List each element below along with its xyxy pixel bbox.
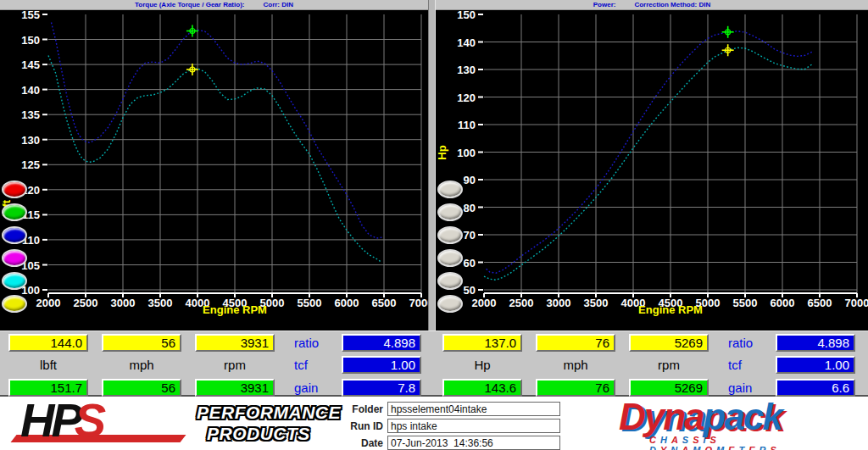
curve-color-button[interactable]	[2, 249, 27, 267]
hps-tagline-line2: PRODUCTS	[207, 423, 341, 444]
hps-s: S	[75, 393, 103, 447]
run-info-fields: Folder Run ID Date	[339, 402, 560, 450]
dynapack-logo: Dynapack CHASSIS DYNAMOMETERS	[619, 397, 865, 449]
ratio-value: 4.898	[342, 334, 421, 352]
gain-value: 7.8	[342, 379, 421, 397]
torque-cursor2-rpm: 3931	[195, 379, 275, 397]
curve-color-button[interactable]	[437, 295, 463, 313]
gain-label: gain	[294, 379, 338, 397]
readout-section: 144.0 56 3931 lbft mph rpm 151.7 56 3931…	[0, 331, 868, 397]
torque-cursor-value: 144.0	[8, 334, 88, 352]
rpm-unit-label: rpm	[195, 356, 275, 374]
hps-tagline: PERFORMANCE PRODUCTS	[197, 402, 341, 444]
torque-cursor-mph: 56	[102, 334, 181, 352]
date-label: Date	[339, 437, 383, 449]
curve-color-button[interactable]	[2, 272, 27, 290]
power-chart[interactable]: 1501401301201101009080706050200025003000…	[436, 8, 868, 331]
torque-cursor2-mph: 56	[102, 379, 181, 397]
svg-text:2000: 2000	[472, 297, 497, 309]
dynapack-dyna: Dyna	[619, 396, 704, 437]
svg-text:5500: 5500	[298, 297, 322, 309]
power-cursor2-value: 143.6	[442, 379, 522, 397]
svg-text:7000: 7000	[845, 297, 868, 309]
svg-text:7000: 7000	[409, 297, 428, 309]
folder-label: Folder	[339, 403, 383, 415]
hps-tagline-line1: PERFORMANCE	[197, 402, 341, 423]
ratio-label: ratio	[728, 334, 772, 352]
hps-logo: HPS	[20, 397, 190, 449]
tcf-label: tcf	[728, 356, 772, 374]
svg-text:3500: 3500	[584, 297, 609, 309]
run-id-input[interactable]	[387, 419, 560, 433]
svg-text:6500: 6500	[808, 297, 832, 309]
svg-text:2500: 2500	[74, 297, 98, 309]
gain-value: 6.6	[776, 379, 855, 397]
panel-divider	[428, 0, 436, 331]
curve-color-button[interactable]	[2, 226, 27, 244]
ratio-label: ratio	[294, 334, 338, 352]
torque-unit-label: lbft	[8, 356, 88, 374]
curve-color-button[interactable]	[2, 181, 27, 198]
svg-text:6000: 6000	[335, 297, 359, 309]
curve-color-button[interactable]	[2, 203, 27, 221]
curve-color-button[interactable]	[437, 272, 463, 290]
svg-text:Engine RPM: Engine RPM	[203, 303, 267, 316]
date-input[interactable]	[387, 436, 560, 450]
dyno-app-window: Torque (Axle Torque / Gear Ratio): Corr:…	[0, 0, 868, 450]
folder-input[interactable]	[387, 402, 560, 416]
power-cursor-value: 137.0	[442, 334, 522, 352]
power-curve-color-buttons	[436, 0, 466, 331]
footer: HPS PERFORMANCE PRODUCTS Folder Run ID D…	[0, 397, 868, 450]
power-cursor2-mph: 76	[536, 379, 615, 397]
tcf-label: tcf	[294, 356, 338, 374]
svg-text:3000: 3000	[111, 297, 136, 309]
svg-text:5500: 5500	[733, 297, 758, 309]
hps-hp: HP	[20, 393, 80, 447]
tcf-value: 1.00	[776, 356, 855, 374]
torque-chart-panel: Torque (Axle Torque / Gear Ratio): Corr:…	[0, 0, 428, 331]
svg-text:2500: 2500	[509, 297, 534, 309]
power-readout-table: 137.0 76 5269 Hp mph rpm 143.6 76 5269 r…	[434, 331, 868, 396]
svg-text:3000: 3000	[547, 297, 571, 309]
hps-letters: HPS	[20, 395, 103, 446]
torque-chart[interactable]: 1551501451401351301251201151101051002000…	[0, 8, 428, 331]
torque-cursor-rpm: 3931	[195, 334, 275, 352]
svg-text:3500: 3500	[148, 297, 173, 309]
dynapack-pack: pack	[704, 396, 782, 437]
gain-label: gain	[728, 379, 772, 397]
curve-color-button[interactable]	[437, 249, 463, 267]
power-cursor-mph: 76	[536, 334, 615, 352]
svg-text:2000: 2000	[36, 297, 61, 309]
svg-text:6500: 6500	[372, 297, 397, 309]
ratio-value: 4.898	[776, 334, 855, 352]
torque-curve-color-buttons	[0, 0, 31, 331]
curve-color-button[interactable]	[437, 203, 463, 221]
svg-text:6000: 6000	[771, 297, 795, 309]
power-cursor-rpm: 5269	[629, 334, 709, 352]
torque-readout-table: 144.0 56 3931 lbft mph rpm 151.7 56 3931…	[0, 331, 434, 396]
power-chart-panel: Power: Correction Method: DIN 1501401301…	[436, 0, 868, 331]
mph-unit-label: mph	[536, 356, 615, 374]
tcf-value: 1.00	[342, 356, 421, 374]
power-unit-label: Hp	[442, 356, 522, 374]
rpm-unit-label: rpm	[629, 356, 709, 374]
curve-color-button[interactable]	[437, 181, 463, 198]
mph-unit-label: mph	[102, 356, 181, 374]
curve-color-button[interactable]	[2, 295, 27, 313]
curve-color-button[interactable]	[437, 226, 463, 244]
power-cursor2-rpm: 5269	[629, 379, 709, 397]
run-id-label: Run ID	[339, 420, 383, 432]
svg-text:Engine RPM: Engine RPM	[638, 303, 703, 316]
